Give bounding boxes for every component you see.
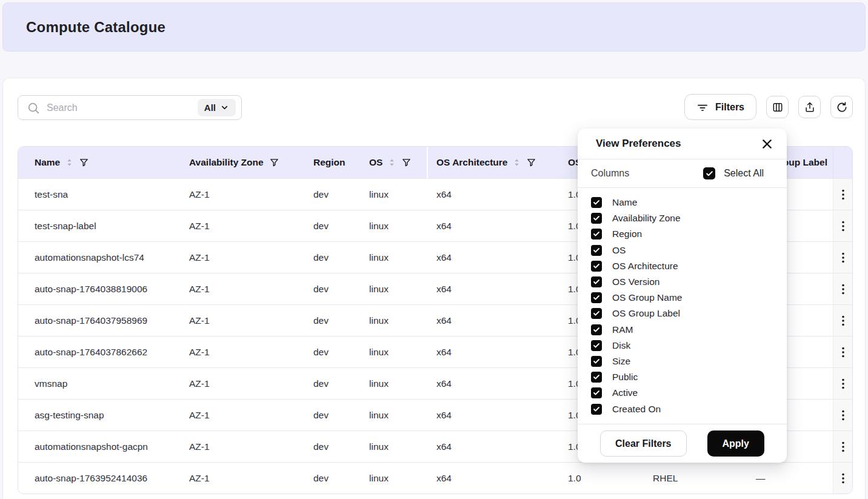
manage-columns-button[interactable] bbox=[766, 96, 789, 118]
search-scope-dropdown[interactable]: All bbox=[198, 99, 236, 116]
cell-name: asg-testing-snap bbox=[18, 400, 173, 430]
filters-button[interactable]: Filters bbox=[684, 94, 756, 120]
column-checkbox[interactable] bbox=[591, 356, 602, 367]
filter-funnel-icon[interactable] bbox=[526, 158, 536, 168]
row-actions-cell bbox=[833, 431, 852, 462]
column-option: OS Group Label bbox=[591, 306, 787, 321]
export-icon bbox=[804, 101, 816, 113]
sort-icon[interactable] bbox=[388, 158, 396, 167]
cell-name: auto-snap-1764038819006 bbox=[18, 273, 173, 304]
row-actions-button[interactable] bbox=[836, 373, 850, 395]
column-option: OS Version bbox=[591, 274, 787, 290]
filter-funnel-icon[interactable] bbox=[401, 158, 412, 168]
sort-icon[interactable] bbox=[65, 158, 73, 167]
column-checkbox[interactable] bbox=[591, 292, 602, 303]
column-header-label: OS Architecture bbox=[436, 157, 507, 168]
cell-name: auto-snap-1764037862662 bbox=[18, 337, 173, 367]
columns-label: Columns bbox=[591, 168, 703, 179]
cell-availability-zone: AZ-1 bbox=[173, 273, 298, 304]
row-actions-button[interactable] bbox=[836, 278, 850, 300]
cell-availability-zone: AZ-1 bbox=[173, 337, 298, 367]
column-checkbox[interactable] bbox=[591, 229, 602, 239]
column-header-label: Region bbox=[313, 157, 346, 168]
row-actions-button[interactable] bbox=[836, 184, 850, 206]
columns-icon bbox=[772, 101, 784, 113]
column-checkbox[interactable] bbox=[591, 387, 602, 398]
row-actions-button[interactable] bbox=[836, 436, 850, 458]
column-checkbox[interactable] bbox=[591, 404, 602, 415]
column-option-label: OS bbox=[612, 245, 626, 256]
column-checkbox[interactable] bbox=[591, 197, 602, 208]
select-all-label: Select All bbox=[724, 168, 764, 179]
column-option-label: OS Version bbox=[612, 276, 659, 287]
cell-availability-zone: AZ-1 bbox=[173, 305, 298, 336]
column-checkbox[interactable] bbox=[591, 261, 602, 272]
select-all-checkbox[interactable] bbox=[703, 167, 715, 179]
close-button[interactable] bbox=[760, 136, 775, 152]
column-checkbox[interactable] bbox=[591, 308, 602, 319]
cell-region: dev bbox=[298, 431, 360, 462]
cell-availability-zone: AZ-1 bbox=[173, 431, 298, 462]
popup-title: View Preferences bbox=[596, 138, 681, 150]
cell-os: linux bbox=[360, 305, 428, 336]
column-option-label: OS Group Label bbox=[612, 308, 680, 319]
cell-availability-zone: AZ-1 bbox=[173, 463, 298, 494]
cell-os-architecture: x64 bbox=[428, 273, 559, 304]
row-actions-button[interactable] bbox=[836, 247, 850, 269]
cell-os-architecture: x64 bbox=[428, 210, 559, 241]
column-checkbox[interactable] bbox=[591, 213, 602, 224]
row-actions-cell bbox=[833, 400, 852, 430]
cell-name: auto-snap-1763952414036 bbox=[18, 463, 173, 494]
sort-icon[interactable] bbox=[513, 158, 521, 167]
column-checkbox[interactable] bbox=[591, 340, 602, 351]
column-checkbox[interactable] bbox=[591, 245, 602, 256]
column-option: Active bbox=[591, 385, 787, 401]
cell-name: test-sna bbox=[18, 179, 173, 210]
apply-button[interactable]: Apply bbox=[707, 430, 764, 457]
column-option-label: Name bbox=[612, 197, 637, 208]
column-header-os: OS bbox=[360, 147, 428, 178]
row-actions-button[interactable] bbox=[836, 310, 850, 332]
column-checkbox[interactable] bbox=[591, 324, 602, 335]
clear-filters-button[interactable]: Clear Filters bbox=[600, 430, 686, 457]
table-row: auto-snap-1763952414036AZ-1devlinuxx641.… bbox=[18, 462, 852, 494]
cell-name: automationsnapshot-gacpn bbox=[18, 431, 173, 462]
column-header-label: OS bbox=[369, 157, 382, 168]
cell-region: dev bbox=[298, 273, 360, 304]
column-checkbox[interactable] bbox=[591, 372, 602, 383]
row-actions-cell bbox=[833, 242, 852, 273]
cell-os-architecture: x64 bbox=[428, 368, 559, 399]
column-header-region: Region bbox=[298, 147, 360, 178]
close-icon bbox=[761, 138, 773, 150]
cell-name: automationsnapshot-lcs74 bbox=[18, 242, 173, 273]
cell-os: linux bbox=[360, 337, 428, 367]
column-options-list: NameAvailability ZoneRegionOSOS Architec… bbox=[578, 188, 787, 424]
cell-name: test-snap-label bbox=[18, 210, 173, 241]
column-header-label: Availability Zone bbox=[189, 157, 264, 168]
export-button[interactable] bbox=[798, 96, 821, 118]
filter-funnel-icon[interactable] bbox=[79, 158, 89, 168]
row-actions-button[interactable] bbox=[836, 215, 850, 237]
filter-funnel-icon[interactable] bbox=[269, 158, 279, 168]
cell-region: dev bbox=[298, 179, 360, 210]
row-actions-button[interactable] bbox=[836, 341, 850, 363]
cell-os-architecture: x64 bbox=[428, 400, 559, 430]
column-option: Availability Zone bbox=[591, 210, 787, 226]
cell-os-architecture: x64 bbox=[428, 242, 559, 273]
cell-availability-zone: AZ-1 bbox=[173, 179, 298, 210]
row-actions-cell bbox=[833, 210, 852, 241]
cell-os: linux bbox=[360, 463, 428, 494]
column-checkbox[interactable] bbox=[591, 276, 602, 287]
cell-availability-zone: AZ-1 bbox=[173, 400, 298, 430]
column-option-label: OS Architecture bbox=[612, 261, 678, 272]
row-actions-button[interactable] bbox=[836, 467, 850, 489]
column-option-label: Created On bbox=[612, 404, 661, 415]
filter-lines-icon bbox=[696, 101, 709, 113]
row-actions-button[interactable] bbox=[836, 404, 850, 426]
refresh-button[interactable] bbox=[830, 96, 853, 118]
column-option-label: Disk bbox=[612, 340, 630, 351]
search-input[interactable] bbox=[47, 102, 191, 113]
column-option: Name bbox=[591, 195, 787, 210]
filters-button-label: Filters bbox=[715, 102, 744, 113]
column-option-label: Region bbox=[612, 229, 642, 239]
